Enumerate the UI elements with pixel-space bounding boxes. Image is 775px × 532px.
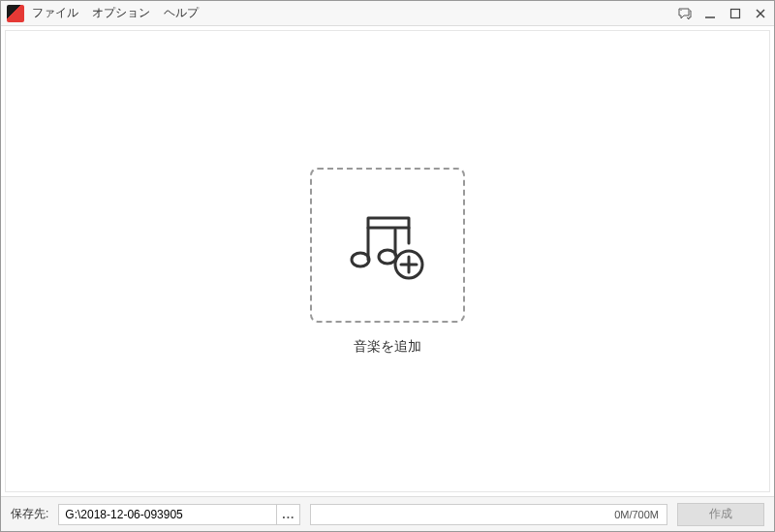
main-content: 音楽を追加 — [5, 30, 770, 492]
app-window: ファイル オプション ヘルプ — [0, 0, 775, 532]
size-progress-text: 0M/700M — [614, 509, 659, 520]
menu-file[interactable]: ファイル — [32, 5, 78, 21]
menu-bar: ファイル オプション ヘルプ — [32, 5, 199, 21]
add-music-label: 音楽を追加 — [354, 338, 421, 356]
add-music-dropzone[interactable] — [310, 168, 465, 323]
footer-bar: 保存先: ... 0M/700M 作成 — [1, 496, 774, 531]
titlebar: ファイル オプション ヘルプ — [1, 1, 774, 26]
size-progress: 0M/700M — [310, 504, 667, 525]
music-add-icon — [339, 197, 436, 294]
maximize-button[interactable] — [728, 6, 743, 21]
menu-help[interactable]: ヘルプ — [164, 5, 199, 21]
menu-options[interactable]: オプション — [92, 5, 150, 21]
svg-rect-1 — [731, 9, 740, 17]
svg-point-5 — [352, 253, 369, 266]
close-button[interactable] — [753, 6, 768, 21]
save-to-label: 保存先: — [11, 506, 48, 522]
save-path-input[interactable] — [59, 508, 276, 521]
browse-button[interactable]: ... — [276, 505, 299, 524]
save-path-field: ... — [58, 504, 300, 525]
minimize-button[interactable] — [702, 6, 718, 21]
feedback-icon[interactable] — [677, 6, 693, 21]
create-button[interactable]: 作成 — [677, 503, 764, 526]
app-logo-icon — [7, 5, 24, 22]
svg-point-6 — [379, 250, 396, 264]
window-controls — [677, 6, 768, 21]
